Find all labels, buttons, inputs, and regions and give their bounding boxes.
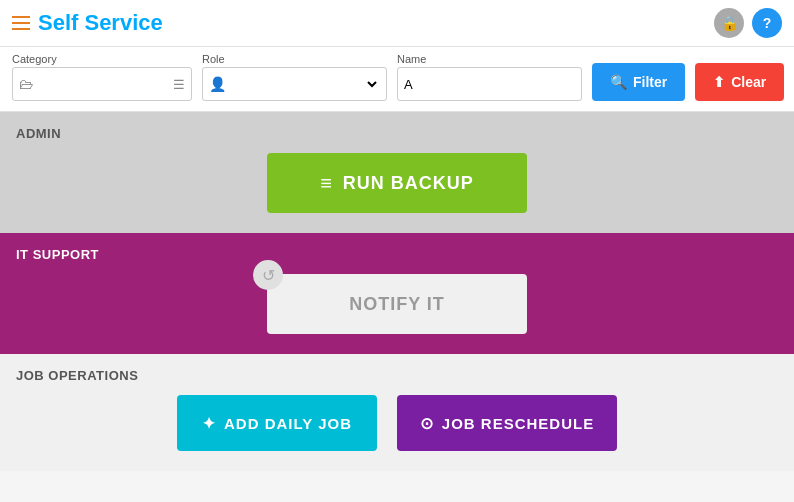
notify-it-button[interactable]: NOTIFY IT bbox=[267, 274, 527, 334]
header: Self Service 🔒 ? bbox=[0, 0, 794, 47]
hamburger-icon[interactable] bbox=[12, 16, 30, 30]
history-icon: ↺ bbox=[262, 266, 275, 285]
category-input-wrap: 🗁 ☰ bbox=[12, 67, 192, 101]
folder-icon: 🗁 bbox=[19, 76, 33, 92]
jobs-buttons: ✦ ADD DAILY JOB ⊙ JOB RESCHEDULE bbox=[16, 395, 778, 451]
add-daily-label: ADD DAILY JOB bbox=[224, 415, 352, 432]
category-input[interactable] bbox=[37, 77, 173, 92]
role-filter-group: Role 👤 bbox=[202, 53, 387, 101]
filter-button-label: Filter bbox=[633, 74, 667, 90]
role-select-wrap: 👤 bbox=[202, 67, 387, 101]
person-icon: 👤 bbox=[209, 76, 226, 92]
search-icon: 🔍 bbox=[610, 74, 627, 90]
filter-button[interactable]: 🔍 Filter bbox=[592, 63, 685, 101]
clock-icon: ⊙ bbox=[420, 414, 434, 433]
category-filter-group: Category 🗁 ☰ bbox=[12, 53, 192, 101]
id-icon: ☰ bbox=[173, 77, 185, 92]
role-select[interactable] bbox=[230, 76, 380, 93]
notify-wrap: ↺ NOTIFY IT bbox=[267, 274, 527, 334]
run-backup-button[interactable]: ≡ RUN BACKUP bbox=[267, 153, 527, 213]
job-reschedule-button[interactable]: ⊙ JOB RESCHEDULE bbox=[397, 395, 617, 451]
name-filter-group: Name bbox=[397, 53, 582, 101]
help-button[interactable]: ? bbox=[752, 8, 782, 38]
admin-section-label: ADMIN bbox=[16, 126, 778, 141]
gear-icon: ✦ bbox=[202, 414, 216, 433]
job-reschedule-label: JOB RESCHEDULE bbox=[442, 415, 594, 432]
job-operations-section: JOB OPERATIONS ✦ ADD DAILY JOB ⊙ JOB RES… bbox=[0, 354, 794, 471]
app-title: Self Service bbox=[38, 10, 163, 36]
it-support-section: IT SUPPORT ↺ NOTIFY IT bbox=[0, 233, 794, 354]
clear-button-label: Clear bbox=[731, 74, 766, 90]
name-input-wrap bbox=[397, 67, 582, 101]
category-label: Category bbox=[12, 53, 192, 65]
header-icons: 🔒 ? bbox=[714, 8, 782, 38]
add-daily-job-button[interactable]: ✦ ADD DAILY JOB bbox=[177, 395, 377, 451]
filters-row: Category 🗁 ☰ Role 👤 Name 🔍 Filter ⬆ Clea… bbox=[0, 47, 794, 112]
name-label: Name bbox=[397, 53, 582, 65]
clear-button[interactable]: ⬆ Clear bbox=[695, 63, 784, 101]
notify-label: NOTIFY IT bbox=[349, 294, 445, 315]
database-icon: ≡ bbox=[320, 172, 333, 195]
job-operations-label: JOB OPERATIONS bbox=[16, 368, 778, 383]
name-input[interactable] bbox=[404, 77, 575, 92]
upload-icon: ⬆ bbox=[713, 74, 725, 90]
role-label: Role bbox=[202, 53, 387, 65]
run-backup-label: RUN BACKUP bbox=[343, 173, 474, 194]
lock-button[interactable]: 🔒 bbox=[714, 8, 744, 38]
it-support-section-label: IT SUPPORT bbox=[16, 247, 778, 262]
history-badge: ↺ bbox=[253, 260, 283, 290]
admin-section: ADMIN ≡ RUN BACKUP bbox=[0, 112, 794, 233]
header-left: Self Service bbox=[12, 10, 163, 36]
